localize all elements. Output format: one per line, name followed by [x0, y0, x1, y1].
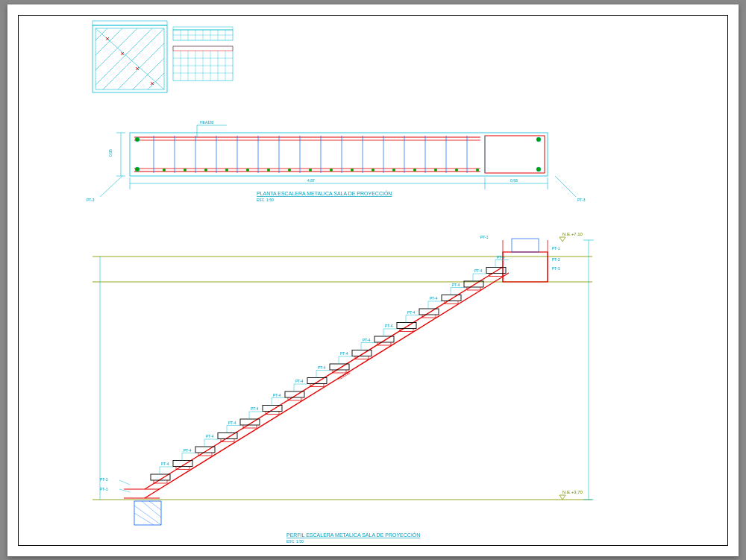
profile-view: N.E.+7,10 N.E.+3,70 HEA180 PT-3 PT-3 PT-…	[93, 232, 594, 544]
step-label: PT-4	[363, 338, 371, 342]
svg-line-94	[100, 176, 122, 197]
svg-line-6	[95, 28, 152, 85]
svg-point-75	[288, 169, 291, 172]
svg-point-73	[246, 169, 249, 172]
svg-rect-148	[374, 336, 394, 342]
dim-landing: 0,93	[510, 178, 518, 183]
svg-point-49	[135, 137, 140, 142]
svg-point-71	[204, 169, 207, 172]
plan-title: PLANTA ESCALERA METALICA SALA DE PROYECC…	[257, 190, 392, 196]
svg-rect-31	[173, 46, 233, 51]
pt3-top1: PT-3	[552, 257, 560, 262]
svg-rect-157	[442, 295, 461, 301]
plan-treads	[154, 136, 467, 173]
profile-scale: ESC. 1:50	[286, 539, 304, 544]
step-label: PT-4	[452, 283, 460, 287]
svg-point-79	[372, 169, 374, 172]
pt1-top: PT-1	[552, 246, 560, 251]
svg-rect-154	[419, 309, 439, 315]
cad-drawing: HEA180 4,87 0,93 0,95 PT-3 PT-3 PLANTA E…	[18, 15, 728, 546]
svg-point-84	[476, 169, 479, 172]
svg-point-83	[455, 169, 458, 172]
svg-rect-151	[397, 323, 416, 329]
pt1-top2: PT-1	[480, 235, 489, 239]
svg-line-115	[149, 501, 161, 510]
plan-scale: ESC. 1:50	[257, 198, 274, 202]
support-right: PT-3	[577, 198, 586, 202]
svg-point-69	[163, 169, 166, 172]
svg-point-70	[184, 169, 186, 172]
beam-label-profile: HEA180	[336, 370, 351, 381]
step-label: PT-4	[251, 406, 259, 411]
step-label: PT-4	[318, 365, 326, 370]
plan-view: HEA180 4,87 0,93 0,95 PT-3 PT-3 PLANTA E…	[87, 120, 586, 202]
step-label: PT-4	[340, 351, 348, 356]
step-label: PT-4	[407, 310, 416, 315]
svg-point-81	[413, 169, 416, 172]
step-label: PT-4	[273, 393, 281, 397]
svg-line-112	[134, 506, 161, 525]
svg-line-114	[142, 501, 161, 517]
svg-rect-145	[352, 350, 372, 356]
svg-line-9	[133, 58, 164, 89]
svg-line-7	[103, 28, 164, 89]
pt3-top2: PT-3	[552, 266, 560, 271]
svg-rect-110	[512, 239, 539, 252]
svg-line-104	[145, 273, 509, 498]
svg-line-95	[555, 176, 576, 197]
dim-height: 0,95	[108, 149, 113, 157]
svg-point-77	[330, 169, 333, 172]
svg-point-82	[434, 169, 437, 172]
level-bottom: N.E.+3,70	[562, 490, 583, 494]
svg-rect-20	[173, 27, 233, 30]
svg-line-113	[134, 513, 154, 525]
profile-steps: PT-4PT-4PT-4PT-4PT-4PT-4PT-4PT-4PT-4PT-4…	[151, 255, 509, 484]
svg-line-8	[118, 43, 164, 89]
step-label: PT-4	[430, 296, 438, 301]
dim-total: 4,87	[307, 178, 315, 183]
svg-rect-47	[485, 136, 545, 173]
step-label: PT-4	[295, 379, 304, 383]
svg-point-74	[267, 169, 270, 172]
step-label: PT-4	[184, 448, 192, 453]
profile-title: PERFIL ESCALERA METALICA SALA DE PROYECC…	[286, 532, 420, 538]
svg-point-72	[225, 169, 228, 172]
level-top: N.E.+7,10	[562, 232, 583, 236]
svg-rect-1	[93, 21, 167, 25]
svg-rect-142	[330, 364, 349, 370]
step-label: PT-4	[497, 255, 505, 259]
step-label: PT-4	[161, 462, 169, 466]
step-label: PT-4	[228, 421, 236, 425]
svg-point-51	[536, 137, 541, 142]
drawing-page: HEA180 4,87 0,93 0,95 PT-3 PT-3 PLANTA E…	[7, 4, 739, 556]
svg-point-80	[392, 169, 395, 172]
support-left: PT-3	[87, 198, 95, 202]
svg-point-76	[309, 169, 312, 172]
step-label: PT-4	[206, 434, 214, 438]
svg-point-50	[135, 167, 140, 172]
pt3-bl2: PT-3	[100, 487, 108, 491]
step-label: PT-4	[474, 268, 483, 273]
svg-line-116	[119, 480, 130, 485]
step-label: PT-4	[385, 324, 393, 328]
svg-point-78	[351, 169, 354, 172]
svg-point-52	[536, 167, 541, 172]
svg-line-4	[95, 28, 122, 55]
pt3-bl1: PT-3	[100, 477, 108, 482]
detail-section	[93, 21, 233, 92]
beam-label-plan: HEA180	[200, 120, 214, 125]
